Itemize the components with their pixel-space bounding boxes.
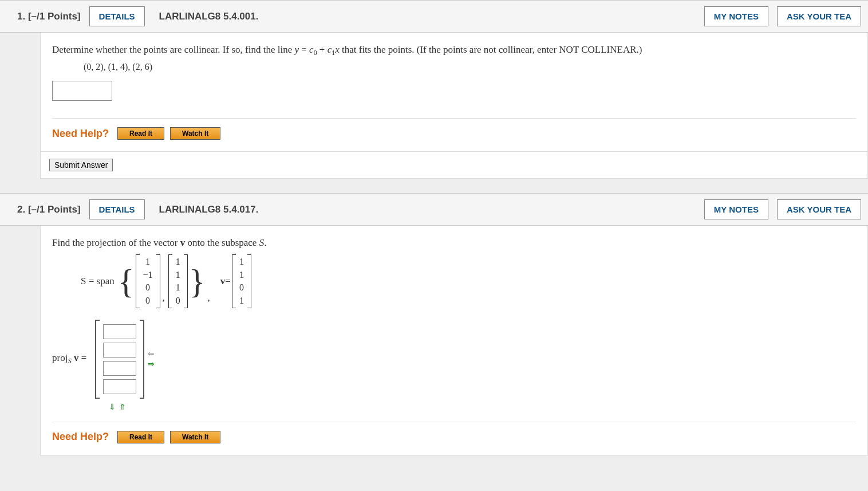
right-brace-icon: } (189, 264, 206, 298)
vector-v: 1 1 0 1 (232, 254, 251, 308)
textbook-ref: LARLINALG8 5.4.001. (159, 11, 259, 22)
question-2: 2. [–/1 Points] DETAILS LARLINALG8 5.4.0… (0, 193, 868, 455)
left-brace-icon: { (118, 264, 135, 298)
comma: , (208, 292, 210, 304)
ask-teacher-button[interactable]: ASK YOUR TEA (777, 6, 861, 26)
matrix-entry-4[interactable] (103, 379, 136, 394)
projection-answer-row: projS v = ⇐ ⇒ ⇓ ⇑ (52, 320, 856, 399)
my-notes-button[interactable]: MY NOTES (704, 199, 768, 219)
matrix-entry-3[interactable] (103, 361, 136, 376)
answer-matrix: ⇐ ⇒ ⇓ ⇑ (95, 320, 155, 399)
answer-input[interactable] (52, 81, 112, 101)
read-it-button[interactable]: Read It (117, 431, 164, 443)
submit-answer-button[interactable]: Submit Answer (49, 159, 113, 171)
question-header: 1. [–/1 Points] DETAILS LARLINALG8 5.4.0… (0, 0, 868, 33)
remove-row-icon[interactable]: ⇑ (119, 403, 126, 411)
need-help-row: Need Help? Read It Watch It (52, 422, 856, 443)
matrix-entry-1[interactable] (103, 324, 136, 339)
question-body: Find the projection of the vector v onto… (40, 226, 868, 455)
question-header: 2. [–/1 Points] DETAILS LARLINALG8 5.4.0… (0, 193, 868, 226)
question-body: Determine whether the points are colline… (40, 33, 868, 152)
comma: , (163, 292, 165, 304)
details-button[interactable]: DETAILS (89, 6, 145, 26)
points-list: (0, 2), (1, 4), (2, 6) (84, 62, 856, 72)
question-text: Find the projection of the vector v onto… (52, 237, 856, 249)
need-help-row: Need Help? Read It Watch It (52, 118, 856, 140)
submit-row: Submit Answer (40, 152, 868, 179)
proj-label: projS v = (52, 352, 86, 366)
matrix-entry-2[interactable] (103, 343, 136, 358)
question-1: 1. [–/1 Points] DETAILS LARLINALG8 5.4.0… (0, 0, 868, 179)
watch-it-button[interactable]: Watch It (170, 431, 220, 443)
question-number: 2. [–/1 Points] (17, 204, 81, 215)
row-arrows: ⇓ ⇑ (109, 403, 126, 411)
add-column-icon[interactable]: ⇒ (148, 360, 155, 368)
ask-teacher-button[interactable]: ASK YOUR TEA (777, 199, 861, 219)
need-help-label: Need Help? (52, 431, 109, 443)
details-button[interactable]: DETAILS (89, 199, 145, 219)
add-row-icon[interactable]: ⇓ (109, 403, 116, 411)
read-it-button[interactable]: Read It (117, 127, 164, 140)
vector-1: 1 −1 0 0 (136, 254, 160, 308)
vector-2: 1 1 1 0 (168, 254, 188, 308)
my-notes-button[interactable]: MY NOTES (704, 6, 768, 26)
question-number: 1. [–/1 Points] (17, 11, 81, 22)
watch-it-button[interactable]: Watch It (170, 127, 220, 140)
question-text: Determine whether the points are colline… (52, 44, 856, 57)
need-help-label: Need Help? (52, 128, 109, 140)
span-definition: S = span { 1 −1 0 0 , 1 1 1 0 (81, 254, 856, 308)
textbook-ref: LARLINALG8 5.4.017. (159, 204, 259, 215)
column-arrows: ⇐ ⇒ (148, 350, 155, 368)
remove-column-icon[interactable]: ⇐ (148, 350, 155, 358)
